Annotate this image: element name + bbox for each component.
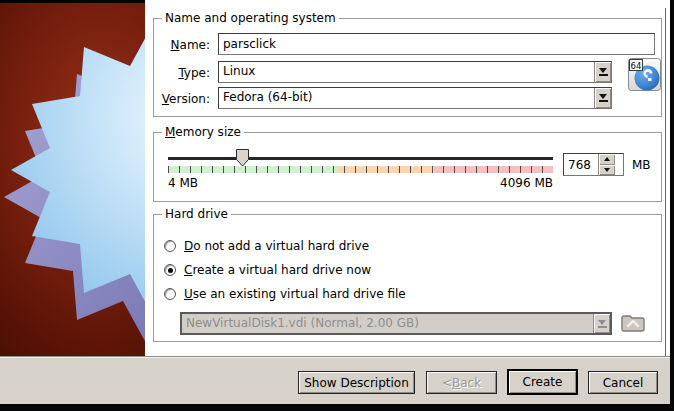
memory-spinbox bbox=[563, 153, 624, 176]
radio-option-create-hard-drive[interactable]: Create a virtual hard drive now bbox=[164, 262, 371, 278]
group-name-and-os-title: Name and operating system bbox=[162, 11, 339, 25]
spin-up-button[interactable] bbox=[599, 154, 615, 165]
disk-file-value: NewVirtualDisk1.vdi (Normal, 2.00 GB) bbox=[182, 314, 593, 333]
os-version-value: Fedora (64-bit) bbox=[219, 88, 594, 108]
disk-file-dropdown-button bbox=[593, 314, 610, 333]
create-vm-wizard-window: Name and operating system Name: Type: Li… bbox=[0, 0, 674, 411]
os-type-value: Linux bbox=[219, 62, 594, 82]
radio-label: Create a virtual hard drive now bbox=[184, 263, 371, 277]
arrow-down-icon bbox=[604, 168, 610, 172]
window-right-edge bbox=[670, 0, 674, 411]
back-button: < Back bbox=[426, 371, 497, 394]
dialog-right-divider bbox=[665, 8, 666, 356]
version-label: Version: bbox=[155, 92, 210, 106]
memory-value-input[interactable] bbox=[564, 154, 598, 175]
radio-label: Use an existing virtual hard drive file bbox=[184, 287, 406, 301]
spin-down-button[interactable] bbox=[599, 165, 615, 176]
radio-option-use-existing-hard-drive[interactable]: Use an existing virtual hard drive file bbox=[164, 286, 406, 302]
chevron-down-icon bbox=[599, 94, 607, 99]
vm-name-input[interactable] bbox=[218, 33, 655, 55]
memory-slider-handle[interactable] bbox=[236, 149, 249, 167]
disk-file-combo: NewVirtualDisk1.vdi (Normal, 2.00 GB) bbox=[180, 312, 612, 335]
wizard-page: Name and operating system Name: Type: Li… bbox=[145, 0, 670, 356]
window-bottom-edge bbox=[0, 404, 674, 411]
memory-max-label: 4096 MB bbox=[453, 176, 553, 190]
os-type-combo[interactable]: Linux bbox=[218, 61, 612, 83]
choose-disk-file-button bbox=[620, 310, 646, 337]
wizard-art-panel bbox=[0, 0, 145, 356]
group-hard-drive-title: Hard drive bbox=[162, 207, 231, 221]
radio-button[interactable] bbox=[164, 288, 176, 300]
radio-button[interactable] bbox=[164, 240, 176, 252]
chevron-down-icon bbox=[598, 320, 606, 325]
group-memory-size-title: Memory size bbox=[162, 125, 244, 139]
radio-label: Do not add a virtual hard drive bbox=[184, 239, 369, 253]
os-type-dropdown-button[interactable] bbox=[594, 62, 611, 82]
memory-slider-track[interactable] bbox=[168, 157, 553, 160]
starburst-graphic bbox=[0, 3, 145, 356]
folder-icon bbox=[620, 310, 646, 334]
os-version-combo[interactable]: Fedora (64-bit) bbox=[218, 87, 612, 109]
arrow-up-icon bbox=[604, 157, 610, 161]
cancel-button[interactable]: Cancel bbox=[588, 371, 658, 394]
create-button[interactable]: Create bbox=[507, 369, 578, 395]
chevron-down-icon bbox=[599, 68, 607, 73]
fedora-64-os-icon: 64 bbox=[628, 58, 661, 94]
type-label: Type: bbox=[155, 66, 210, 80]
name-label: Name: bbox=[155, 38, 210, 52]
os-version-dropdown-button[interactable] bbox=[594, 88, 611, 108]
radio-button[interactable] bbox=[164, 264, 176, 276]
memory-min-label: 4 MB bbox=[168, 176, 198, 190]
64bit-badge: 64 bbox=[631, 61, 642, 71]
memory-unit-label: MB bbox=[632, 158, 651, 172]
radio-option-no-hard-drive[interactable]: Do not add a virtual hard drive bbox=[164, 238, 369, 254]
show-description-button[interactable]: Show Description bbox=[298, 371, 415, 394]
